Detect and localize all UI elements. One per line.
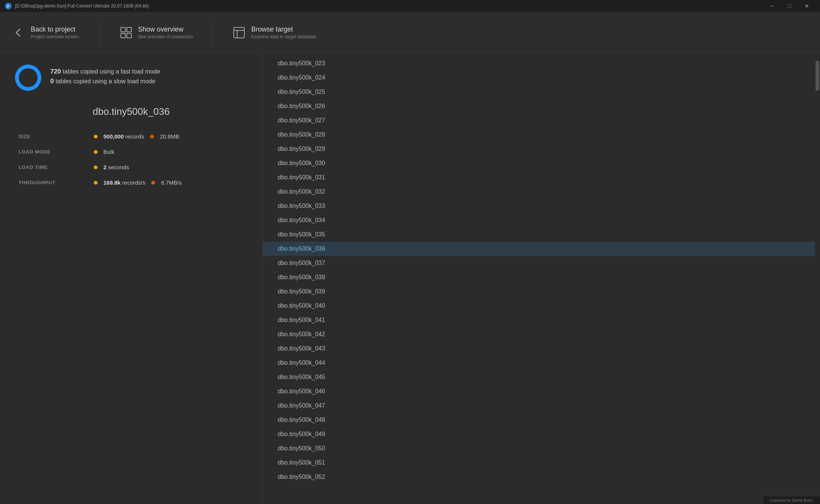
browse-target-sublabel: Examine data in target database.	[251, 34, 317, 39]
progress-spinner	[15, 65, 41, 91]
browse-target-button[interactable]: Browse target Examine data in target dat…	[228, 23, 322, 42]
throughput-records-text: 169.8k records/s	[104, 179, 146, 186]
overview-icon	[119, 26, 133, 39]
size-bytes-text: 20.8MB	[160, 133, 179, 140]
main-layout: 720 tables copied using a fast load mode…	[0, 53, 820, 504]
table-list-item[interactable]: dbo.tiny500k_048	[263, 413, 820, 427]
statusbar-text: Licensed to Damir Bulic.	[769, 498, 814, 502]
throughput-bytes-dot	[151, 181, 155, 185]
table-list-item[interactable]: dbo.tiny500k_031	[263, 170, 820, 185]
table-list-item[interactable]: dbo.tiny500k_038	[263, 270, 820, 284]
table-list-item[interactable]: dbo.tiny500k_032	[263, 185, 820, 199]
toolbar: Back to project Project overview screen.…	[0, 12, 820, 53]
load-time-unit: seconds	[108, 164, 129, 170]
throughput-records-num: 169.8k	[104, 179, 121, 186]
left-panel: 720 tables copied using a fast load mode…	[0, 53, 263, 504]
throughput-records-unit: records/s	[122, 179, 146, 186]
svg-rect-4	[121, 33, 125, 38]
throughput-records-dot	[94, 181, 98, 185]
table-list-item[interactable]: dbo.tiny500k_028	[263, 128, 820, 142]
table-list-item[interactable]: dbo.tiny500k_051	[263, 456, 820, 470]
slow-label: tables copied using a slow load mode	[56, 78, 155, 84]
maximize-button[interactable]: □	[781, 0, 798, 12]
fast-load-stat: 720 tables copied using a fast load mode	[50, 68, 160, 75]
table-list-item[interactable]: dbo.tiny500k_029	[263, 142, 820, 156]
table-list-item[interactable]: dbo.tiny500k_043	[263, 342, 820, 356]
size-key: SIZE	[19, 129, 94, 144]
selected-table-name: dbo.tiny500k_036	[15, 106, 247, 117]
table-list-item[interactable]: dbo.tiny500k_046	[263, 384, 820, 399]
titlebar-controls: ─ □ ✕	[764, 0, 815, 12]
table-list-item[interactable]: dbo.tiny500k_037	[263, 256, 820, 270]
slow-count: 0	[50, 78, 54, 85]
size-records-dot	[94, 135, 98, 138]
back-to-project-label: Back to project	[31, 26, 80, 33]
size-records-num: 500,000	[104, 133, 124, 140]
table-list-item[interactable]: dbo.tiny500k_052	[263, 470, 820, 484]
svg-text:F: F	[7, 4, 10, 9]
fast-count: 720	[50, 68, 61, 75]
load-time-key: LOAD TIME	[19, 159, 94, 175]
back-to-project-text: Back to project Project overview screen.	[31, 26, 80, 39]
table-list-item[interactable]: dbo.tiny500k_024	[263, 71, 820, 85]
app-logo: F	[5, 2, 12, 10]
table-list-item[interactable]: dbo.tiny500k_047	[263, 399, 820, 413]
table-list-item[interactable]: dbo.tiny500k_041	[263, 313, 820, 327]
size-records-label: records	[125, 133, 144, 140]
table-list-item[interactable]: dbo.tiny500k_050	[263, 441, 820, 456]
table-detail: dbo.tiny500k_036 SIZE 500,000 records 20…	[15, 106, 247, 190]
right-panel[interactable]: dbo.tiny500k_023dbo.tiny500k_024dbo.tiny…	[263, 53, 820, 504]
svg-rect-2	[121, 27, 125, 32]
stats-section: 720 tables copied using a fast load mode…	[15, 65, 247, 91]
titlebar-title: [D:\DB\sql2pg-demo.fcpx] Full Convert Ul…	[15, 3, 149, 9]
table-list-item[interactable]: dbo.tiny500k_042	[263, 327, 820, 342]
titlebar: F [D:\DB\sql2pg-demo.fcpx] Full Convert …	[0, 0, 820, 12]
browse-target-icon	[232, 26, 246, 39]
size-bytes-dot	[150, 135, 154, 138]
table-list-item[interactable]: dbo.tiny500k_026	[263, 99, 820, 113]
table-list-item[interactable]: dbo.tiny500k_025	[263, 85, 820, 99]
load-mode-dot	[94, 150, 98, 154]
back-to-project-sublabel: Project overview screen.	[31, 34, 80, 39]
browse-target-label: Browse target	[251, 26, 317, 33]
table-list-item[interactable]: dbo.tiny500k_044	[263, 356, 820, 370]
slow-load-stat: 0 tables copied using a slow load mode	[50, 78, 160, 85]
load-time-dot	[94, 165, 98, 169]
table-list-item[interactable]: dbo.tiny500k_034	[263, 213, 820, 227]
show-overview-text: Show overview See overview of conversion	[138, 26, 193, 39]
minimize-button[interactable]: ─	[764, 0, 781, 12]
table-list-item[interactable]: dbo.tiny500k_036	[263, 242, 820, 256]
close-button[interactable]: ✕	[798, 0, 815, 12]
table-list-item[interactable]: dbo.tiny500k_040	[263, 299, 820, 313]
load-mode-text: Bulk	[104, 149, 114, 155]
load-time-text: 2 seconds	[104, 164, 129, 170]
table-list-item[interactable]: dbo.tiny500k_033	[263, 199, 820, 213]
scrollbar-thumb[interactable]	[815, 61, 819, 91]
show-overview-sublabel: See overview of conversion	[138, 34, 193, 39]
fast-label: tables copied using a fast load mode	[63, 68, 160, 75]
show-overview-button[interactable]: Show overview See overview of conversion	[115, 23, 198, 42]
titlebar-left: F [D:\DB\sql2pg-demo.fcpx] Full Convert …	[5, 2, 149, 10]
table-list-item[interactable]: dbo.tiny500k_049	[263, 427, 820, 441]
table-list-item[interactable]: dbo.tiny500k_027	[263, 113, 820, 128]
scrollbar-track[interactable]	[815, 53, 820, 504]
table-list-item[interactable]: dbo.tiny500k_035	[263, 227, 820, 242]
load-mode-value: Bulk	[94, 144, 244, 159]
svg-rect-6	[234, 27, 244, 38]
table-list-item[interactable]: dbo.tiny500k_039	[263, 284, 820, 299]
back-arrow-icon	[12, 26, 26, 39]
load-mode-key: LOAD MODE	[19, 144, 94, 159]
stats-text: 720 tables copied using a fast load mode…	[50, 68, 160, 87]
show-overview-label: Show overview	[138, 26, 193, 33]
table-list-item[interactable]: dbo.tiny500k_023	[263, 56, 820, 71]
toolbar-divider-2	[212, 21, 213, 44]
back-to-project-button[interactable]: Back to project Project overview screen.	[8, 23, 84, 42]
load-time-num: 2	[104, 164, 107, 170]
svg-rect-3	[127, 27, 131, 32]
table-list-item[interactable]: dbo.tiny500k_045	[263, 370, 820, 384]
size-value: 500,000 records 20.8MB	[94, 129, 244, 144]
table-list-item[interactable]: dbo.tiny500k_030	[263, 156, 820, 170]
toolbar-divider-1	[99, 21, 100, 44]
throughput-value: 169.8k records/s 6.7MB/s	[94, 175, 244, 190]
detail-grid: SIZE 500,000 records 20.8MB LOAD MODE Bu…	[19, 129, 244, 190]
